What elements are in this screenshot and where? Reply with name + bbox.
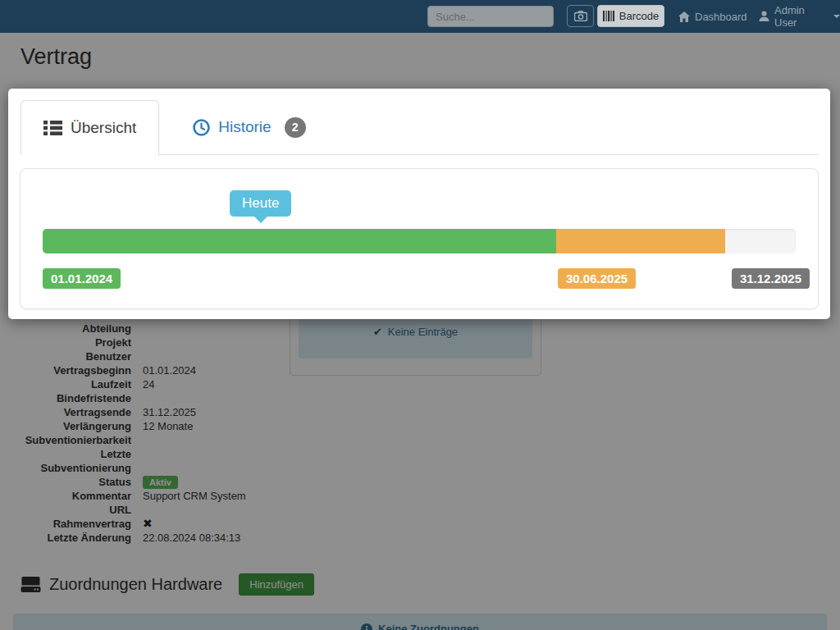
- start-date-badge: 01.01.2024: [43, 268, 121, 289]
- tab-uebersicht-label: Übersicht: [71, 119, 136, 137]
- tab-uebersicht[interactable]: Übersicht: [21, 100, 159, 155]
- barcode-button-label: Barcode: [619, 10, 659, 22]
- user-icon: [759, 11, 769, 22]
- barcode-button[interactable]: Barcode: [597, 5, 664, 27]
- user-menu[interactable]: Admin User: [759, 0, 840, 33]
- tab-historie[interactable]: Historie 2: [193, 100, 305, 154]
- today-tooltip: Heute: [230, 190, 291, 217]
- dashboard-link-label: Dashboard: [695, 11, 747, 23]
- timeline-renewal-segment: [556, 229, 725, 253]
- caret-down-icon: [833, 15, 840, 18]
- user-menu-label: Admin User: [774, 4, 826, 29]
- historie-count-badge: 2: [285, 117, 306, 138]
- barcode-icon: [603, 11, 614, 21]
- dashboard-link[interactable]: Dashboard: [678, 0, 747, 33]
- camera-button[interactable]: [567, 5, 594, 27]
- mid-date-badge: 30.06.2025: [558, 268, 636, 289]
- tab-bar: Übersicht Historie 2: [21, 100, 818, 155]
- highlighted-panel: Übersicht Historie 2 Heute 01.01.2024 30…: [8, 89, 830, 319]
- timeline-track: [43, 229, 796, 253]
- end-date-badge: 31.12.2025: [732, 268, 810, 289]
- today-tooltip-label: Heute: [242, 195, 279, 211]
- home-icon: [678, 11, 690, 22]
- search-input[interactable]: [427, 6, 554, 27]
- contract-timeline-card: Heute 01.01.2024 30.06.2025 31.12.2025: [20, 168, 819, 309]
- clock-icon: [193, 119, 210, 136]
- tab-historie-label: Historie: [218, 118, 271, 136]
- camera-icon: [574, 11, 587, 21]
- list-icon: [43, 120, 62, 136]
- timeline-elapsed-segment: [43, 229, 556, 253]
- top-navbar: Barcode Dashboard Admin User: [0, 0, 840, 33]
